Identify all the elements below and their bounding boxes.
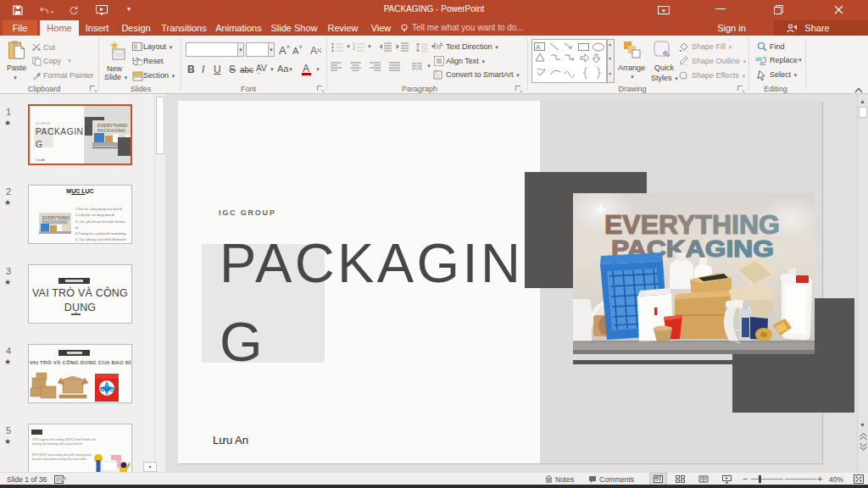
svg-text:A: A (536, 43, 541, 51)
svg-text:A: A (439, 42, 443, 47)
svg-text:2: 2 (353, 46, 355, 51)
svg-text:A: A (310, 45, 317, 56)
svg-text:OMO: OMO (100, 386, 114, 392)
svg-text:PACKAGING: PACKAGING (97, 128, 125, 133)
